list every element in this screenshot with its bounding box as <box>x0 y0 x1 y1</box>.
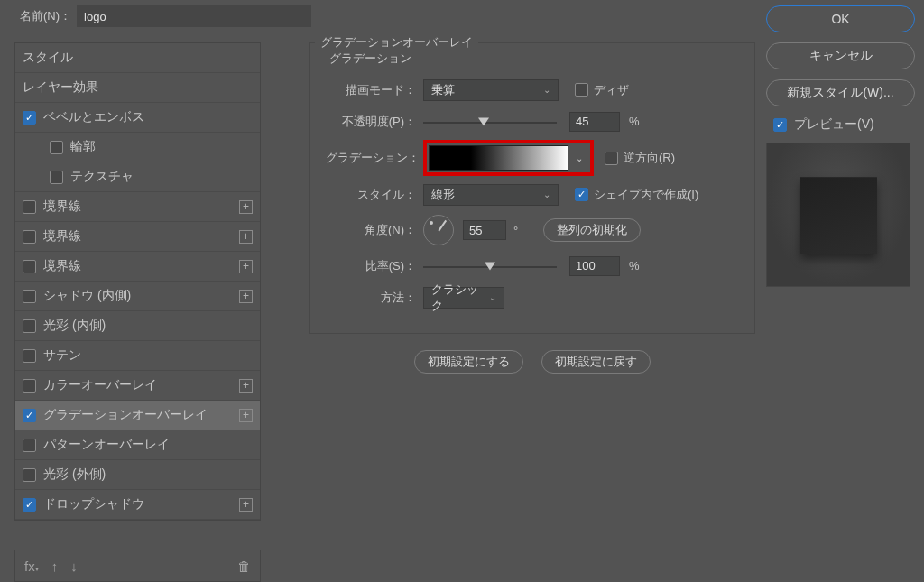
reset-align-button[interactable]: 整列の初期化 <box>543 218 641 242</box>
method-label: 方法： <box>326 290 423 306</box>
sidebar-item-5[interactable]: 境界線+ <box>15 192 260 222</box>
ok-button[interactable]: OK <box>766 5 915 32</box>
sidebar-item-label: サテン <box>43 347 81 364</box>
sidebar-checkbox-11[interactable] <box>23 379 36 393</box>
sidebar-item-label: スタイル <box>23 50 73 66</box>
angle-dial[interactable] <box>423 215 454 245</box>
name-input[interactable] <box>77 5 311 27</box>
chevron-down-icon: ⌄ <box>543 85 550 95</box>
scale-input[interactable] <box>569 256 620 276</box>
shape-align-checkbox[interactable]: ✓ <box>575 188 588 201</box>
scale-unit: % <box>629 259 640 273</box>
sidebar-item-label: シャドウ (内側) <box>43 288 131 304</box>
blend-label: 描画モード： <box>326 82 423 98</box>
sidebar-item-1[interactable]: レイヤー効果 <box>15 73 260 103</box>
sidebar-checkbox-15[interactable]: ✓ <box>23 498 36 512</box>
add-effect-icon[interactable]: + <box>239 290 253 303</box>
gradient-label: グラデーション： <box>326 150 423 166</box>
panel-subtitle: グラデーション <box>329 51 411 67</box>
gradient-highlight: ⌄ <box>423 140 594 176</box>
sidebar-item-6[interactable]: 境界線+ <box>15 222 260 252</box>
sidebar-item-10[interactable]: サテン <box>15 341 260 371</box>
add-effect-icon[interactable]: + <box>239 379 253 393</box>
sidebar-item-label: グラデーションオーバーレイ <box>43 407 208 423</box>
add-effect-icon[interactable]: + <box>239 409 253 422</box>
sidebar-item-label: カラーオーバーレイ <box>43 377 157 393</box>
add-effect-icon[interactable]: + <box>239 260 253 273</box>
angle-input[interactable] <box>463 220 506 240</box>
move-down-icon[interactable]: ↓ <box>70 559 78 574</box>
name-label: 名前(N)： <box>20 8 71 24</box>
sidebar-checkbox-6[interactable] <box>23 230 36 244</box>
opacity-input[interactable] <box>569 112 620 132</box>
sidebar-item-label: テクスチャ <box>70 169 134 185</box>
trash-icon[interactable]: 🗑 <box>237 559 251 574</box>
sidebar-checkbox-12[interactable]: ✓ <box>23 409 36 422</box>
angle-unit: ° <box>513 224 518 237</box>
sidebar-checkbox-7[interactable] <box>23 260 36 273</box>
angle-label: 角度(N)： <box>326 222 423 238</box>
sidebar-item-8[interactable]: シャドウ (内側)+ <box>15 282 260 311</box>
shape-align-label: シェイプ内で作成(I) <box>594 187 698 203</box>
add-effect-icon[interactable]: + <box>239 498 253 512</box>
sidebar-item-12[interactable]: ✓グラデーションオーバーレイ+ <box>15 401 260 430</box>
style-label: スタイル： <box>326 187 423 203</box>
scale-label: 比率(S)： <box>326 258 423 274</box>
opacity-label: 不透明度(P)： <box>326 114 423 130</box>
add-effect-icon[interactable]: + <box>239 200 253 214</box>
sidebar-item-label: 光彩 (外側) <box>43 467 106 483</box>
sidebar-item-label: ベベルとエンボス <box>43 109 144 125</box>
sidebar-checkbox-8[interactable] <box>23 290 36 303</box>
gradient-overlay-fieldset: グラデーションオーバーレイ グラデーション 描画モード： 乗算⌄ ディザ 不透明… <box>309 42 755 334</box>
new-style-button[interactable]: 新規スタイル(W)... <box>766 79 915 106</box>
sidebar-item-7[interactable]: 境界線+ <box>15 252 260 282</box>
reverse-checkbox[interactable] <box>605 152 618 165</box>
sidebar-checkbox-4[interactable] <box>50 171 63 184</box>
scale-slider[interactable] <box>423 256 557 276</box>
opacity-unit: % <box>629 115 640 128</box>
blend-mode-dropdown[interactable]: 乗算⌄ <box>423 79 559 101</box>
sidebar-item-3[interactable]: 輪郭 <box>15 133 260 162</box>
sidebar-checkbox-14[interactable] <box>23 468 36 482</box>
method-dropdown[interactable]: クラシック⌄ <box>423 287 504 309</box>
sidebar-item-14[interactable]: 光彩 (外側) <box>15 460 260 490</box>
chevron-down-icon: ⌄ <box>543 189 550 199</box>
dither-checkbox[interactable] <box>575 83 588 97</box>
sidebar-item-label: ドロップシャドウ <box>43 496 144 513</box>
reverse-label: 逆方向(R) <box>624 150 675 166</box>
sidebar-checkbox-9[interactable] <box>23 319 36 333</box>
reset-default-button[interactable]: 初期設定に戻す <box>541 350 651 374</box>
sidebar-checkbox-2[interactable]: ✓ <box>23 111 36 125</box>
sidebar-item-11[interactable]: カラーオーバーレイ+ <box>15 371 260 401</box>
make-default-button[interactable]: 初期設定にする <box>414 350 523 374</box>
chevron-down-icon[interactable]: ⌄ <box>576 153 583 163</box>
dither-label: ディザ <box>594 82 629 98</box>
sidebar-item-4[interactable]: テクスチャ <box>15 162 260 192</box>
sidebar-item-2[interactable]: ✓ベベルとエンボス <box>15 103 260 133</box>
gradient-picker[interactable] <box>429 145 568 171</box>
move-up-icon[interactable]: ↑ <box>51 559 59 574</box>
sidebar-item-label: 境界線 <box>43 258 81 274</box>
sidebar-item-9[interactable]: 光彩 (内側) <box>15 311 260 341</box>
sidebar-checkbox-5[interactable] <box>23 200 36 214</box>
sidebar-checkbox-13[interactable] <box>23 439 36 452</box>
preview-checkbox[interactable]: ✓ <box>773 118 787 132</box>
sidebar-item-15[interactable]: ✓ドロップシャドウ+ <box>15 490 260 520</box>
sidebar-footer: fx▾ ↑ ↓ 🗑 <box>14 550 261 582</box>
styles-sidebar: スタイルレイヤー効果✓ベベルとエンボス輪郭テクスチャ境界線+境界線+境界線+シャ… <box>14 42 261 521</box>
sidebar-item-0[interactable]: スタイル <box>15 43 260 73</box>
add-effect-icon[interactable]: + <box>239 230 253 244</box>
sidebar-item-label: 光彩 (内側) <box>43 318 106 334</box>
style-dropdown[interactable]: 線形⌄ <box>423 184 559 206</box>
sidebar-item-label: レイヤー効果 <box>23 79 98 96</box>
sidebar-checkbox-10[interactable] <box>23 349 36 363</box>
sidebar-item-label: 境界線 <box>43 199 81 215</box>
preview-thumbnail <box>766 143 910 287</box>
cancel-button[interactable]: キャンセル <box>766 42 915 69</box>
fx-menu-icon[interactable]: fx▾ <box>24 559 39 574</box>
sidebar-item-13[interactable]: パターンオーバーレイ <box>15 430 260 460</box>
panel-title: グラデーションオーバーレイ <box>315 34 478 51</box>
opacity-slider[interactable] <box>423 112 557 132</box>
sidebar-checkbox-3[interactable] <box>50 141 63 154</box>
preview-label: プレビュー(V) <box>794 116 874 133</box>
